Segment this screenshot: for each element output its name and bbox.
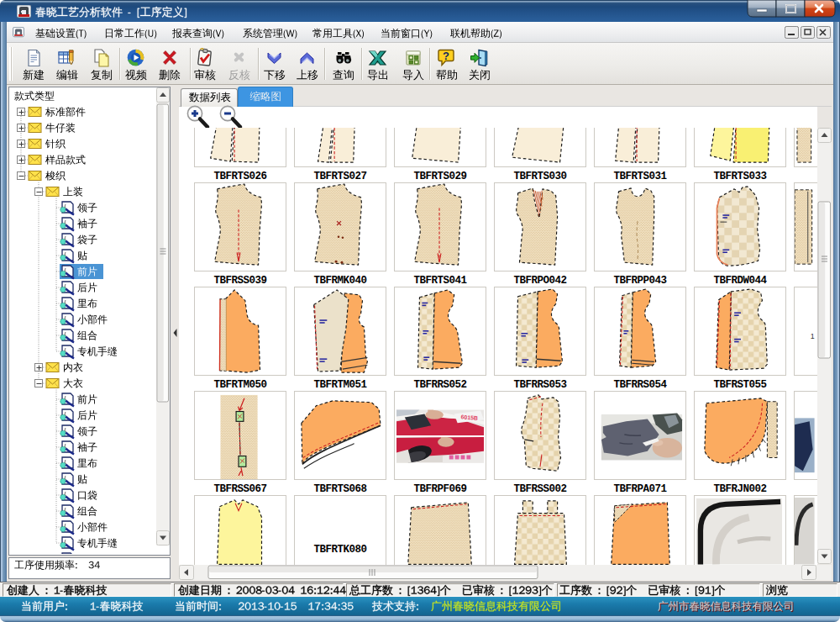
svg-text:6015B: 6015B	[460, 414, 478, 420]
svg-text:1: 1	[811, 332, 815, 340]
